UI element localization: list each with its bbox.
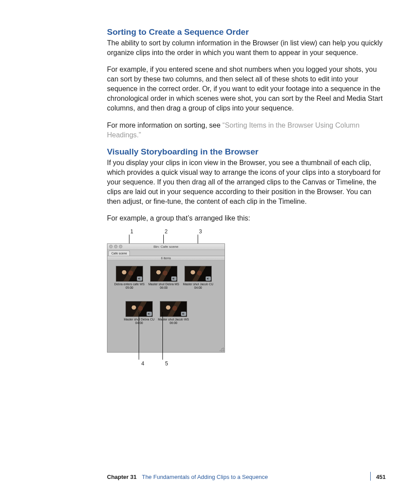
clip-thumbnail[interactable]: [116, 266, 143, 282]
page-number: 451: [376, 474, 386, 480]
item-count-bar: 6 items: [107, 256, 225, 261]
bin-icon-view[interactable]: Debra enters cafe WS 05:00 Master shot D…: [107, 261, 225, 352]
clip-label: Master shot Jacob CU: [182, 283, 214, 286]
speaker-icon: [206, 276, 211, 281]
traffic-lights[interactable]: [109, 245, 122, 248]
clip-duration: 05:00: [114, 286, 145, 289]
tab-bar: Cafe scene: [107, 250, 225, 256]
clip-item[interactable]: Master shot Debra MS 06:00: [148, 266, 180, 289]
heading-sorting: Sorting to Create a Sequence Order: [107, 27, 386, 37]
paragraph: The ability to sort by column informatio…: [107, 38, 386, 58]
minimize-icon[interactable]: [114, 245, 118, 248]
clip-item[interactable]: Master shot Jacob CU 04:00: [182, 266, 214, 289]
zoom-icon[interactable]: [119, 245, 122, 248]
callout-number: 4: [141, 361, 144, 367]
speaker-icon: [171, 276, 177, 281]
paragraph: For more information on sorting, see “So…: [107, 121, 386, 140]
paragraph-lead: For more information on sorting, see: [107, 121, 222, 129]
clip-label: Master shot Debra MS: [148, 283, 180, 286]
callout-number: 1: [130, 228, 133, 235]
callout-number: 3: [199, 228, 202, 235]
clip-duration: 04:00: [182, 286, 214, 289]
speaker-icon: [137, 276, 142, 281]
speaker-icon: [181, 312, 186, 316]
speaker-icon: [147, 312, 152, 316]
clip-thumbnail[interactable]: [125, 301, 153, 317]
clip-duration: 06:00: [148, 286, 180, 289]
callout-number: 2: [165, 228, 168, 235]
callout-line: [139, 312, 139, 360]
clip-duration: 04:00: [123, 321, 155, 324]
footer-separator: [370, 472, 371, 481]
chapter-label: Chapter 31: [107, 474, 136, 480]
window-titlebar[interactable]: Bin: Cafe scene: [107, 244, 225, 250]
callout-number: 5: [165, 361, 168, 367]
clip-thumbnail[interactable]: [184, 266, 212, 282]
callout-line: [162, 312, 163, 360]
chapter-title: The Fundamentals of Adding Clips to a Se…: [142, 474, 268, 480]
clip-item[interactable]: Master shot Debra CU 04:00: [123, 301, 155, 324]
tab-cafe-scene[interactable]: Cafe scene: [108, 250, 130, 256]
clip-thumbnail[interactable]: [160, 301, 187, 317]
storyboard-diagram: 1 2 3 Bin: Cafe scene Cafe scene 6 items: [107, 230, 239, 371]
heading-storyboarding: Visually Storyboarding in the Browser: [107, 147, 386, 157]
paragraph: For example, a group that’s arranged lik…: [107, 213, 386, 223]
clip-thumbnail[interactable]: [150, 266, 177, 282]
resize-grip-icon[interactable]: [220, 347, 224, 352]
page-content: Sorting to Create a Sequence Order The a…: [107, 27, 386, 371]
close-icon[interactable]: [109, 245, 113, 248]
paragraph: For example, if you entered scene and sh…: [107, 65, 386, 113]
page-footer: Chapter 31 The Fundamentals of Adding Cl…: [107, 472, 386, 481]
window-title: Bin: Cafe scene: [154, 245, 178, 249]
clip-item[interactable]: Debra enters cafe WS 05:00: [114, 266, 145, 289]
bin-window: Bin: Cafe scene Cafe scene 6 items Debra…: [107, 243, 225, 353]
paragraph: If you display your clips in icon view i…: [107, 158, 386, 206]
clip-label: Debra enters cafe WS: [114, 283, 145, 286]
clip-label: Master shot Debra CU: [123, 318, 155, 321]
